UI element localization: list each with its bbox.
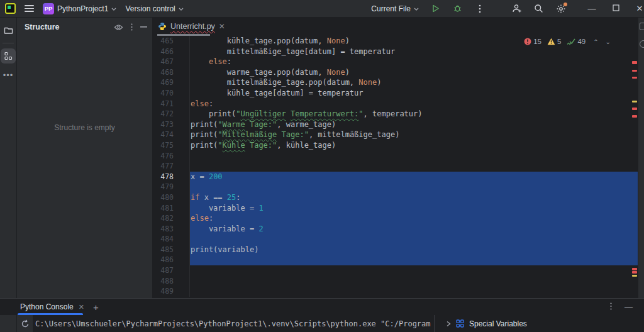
inspections-widget[interactable]: 15 5 [524,38,613,45]
line-number[interactable]: 470 [153,88,190,99]
code-line[interactable]: 484 [153,234,638,245]
tab-filename: Unterricht.py [170,22,215,31]
line-number[interactable]: 480 [153,192,190,203]
line-number[interactable]: 468 [153,67,190,78]
structure-tool-button[interactable] [1,48,16,64]
console-options-button[interactable] [610,301,612,313]
line-number[interactable]: 467 [153,57,190,67]
code-line[interactable]: 468 warme_tage.pop(datum, None) [153,67,638,78]
code-line[interactable]: 472 print("Ungültiger Temperaturwert:", … [153,109,638,119]
line-number[interactable]: 486 [153,255,190,265]
code-line[interactable]: 467 else: [153,57,638,67]
minimize-button[interactable]: — [587,4,596,13]
stripe-mark[interactable] [632,77,637,79]
code-with-me-button[interactable] [511,3,522,14]
search-everywhere-button[interactable] [533,3,544,14]
error-stripe[interactable] [631,35,638,298]
maximize-button[interactable] [611,4,620,13]
previous-problem-button[interactable]: ⌃ [591,38,600,45]
more-tool-windows-button[interactable]: ••• [1,67,16,82]
line-number[interactable]: 475 [153,140,190,151]
line-number[interactable]: 471 [153,99,190,109]
special-variables-row[interactable]: Special Variables [435,315,644,332]
project-widget[interactable]: PP PythonProject1 [43,3,116,14]
stripe-mark[interactable] [632,101,637,102]
notifications-icon[interactable] [640,23,644,30]
right-tool-stripe [638,18,644,298]
line-number[interactable]: 484 [153,234,190,245]
view-options-button[interactable] [114,24,123,31]
new-console-button[interactable]: + [93,302,99,313]
line-number[interactable]: 469 [153,77,190,88]
code-line[interactable]: 488 [153,276,638,287]
main-menu-icon[interactable] [25,5,34,12]
stripe-mark[interactable] [632,115,637,118]
stripe-mark[interactable] [632,271,637,274]
warnings-indicator[interactable]: 5 [547,38,561,45]
project-tool-button[interactable] [1,23,16,38]
stripe-mark[interactable] [632,61,637,64]
errors-indicator[interactable]: 15 [524,38,541,45]
debug-button[interactable] [452,3,463,14]
rerun-icon[interactable] [21,319,30,328]
chevron-down-icon [111,6,116,11]
code-line[interactable]: 485print(variable) [153,245,638,255]
code-line[interactable]: 486 [153,255,638,265]
line-number[interactable]: 481 [153,203,190,214]
line-number[interactable]: 476 [153,151,190,162]
tab-close-icon[interactable]: ✕ [219,22,225,31]
line-number[interactable]: 489 [153,286,190,297]
code-line[interactable]: 475print("Kühle Tage:", kühle_tage) [153,140,638,151]
line-number[interactable]: 473 [153,119,190,130]
code-line[interactable]: 474print("Mittelmäßige Tage:", mittelmäß… [153,130,638,140]
hide-console-button[interactable]: — [625,302,633,312]
ai-assistant-icon[interactable] [640,40,644,48]
line-number[interactable]: 477 [153,161,190,172]
code-line[interactable]: 479 [153,182,638,192]
run-configuration-selector[interactable]: Current File [371,4,419,13]
code-line[interactable]: 470 kühle_tage[datum] = temperatur [153,88,638,99]
stripe-mark[interactable] [632,268,637,270]
hide-panel-button[interactable] [140,26,147,28]
line-number[interactable]: 478 [153,172,190,182]
more-actions-button[interactable] [474,3,485,14]
code-line[interactable]: 478x = 200 [153,172,638,182]
version-control-widget[interactable]: Version control [125,4,183,13]
structure-panel-body: Structure is empty [17,36,152,298]
stripe-mark[interactable] [632,275,637,277]
run-button[interactable] [430,3,441,14]
line-number[interactable]: 474 [153,130,190,140]
console-tab-close-icon[interactable]: ✕ [79,303,84,311]
code-line[interactable]: 487 [153,265,638,276]
panel-options-button[interactable] [131,23,133,31]
typos-indicator[interactable]: 49 [567,38,586,45]
close-button[interactable]: ✕ [635,4,644,13]
code-line[interactable]: 469 mittelmäßige_tage.pop(datum, None) [153,77,638,88]
line-number[interactable]: 485 [153,245,190,255]
line-number[interactable]: 465 [153,36,190,47]
code-line[interactable]: 480if x == 25: [153,192,638,203]
line-number[interactable]: 479 [153,182,190,192]
tab-unterricht-py[interactable]: Unterricht.py ✕ [153,18,231,35]
stripe-mark[interactable] [632,108,637,110]
code-line[interactable]: 476 [153,151,638,162]
settings-button[interactable] [555,3,566,14]
code-line[interactable]: 489 [153,286,638,297]
code-line[interactable]: 483 variable = 2 [153,224,638,235]
code-line[interactable]: 473print("Warme Tage:", warme_tage) [153,119,638,130]
code-line[interactable]: 466 mittelmäßige_tage[datum] = temperatu… [153,47,638,57]
line-number[interactable]: 482 [153,213,190,224]
next-problem-button[interactable]: ⌄ [604,38,613,45]
code-line[interactable]: 471else: [153,99,638,109]
line-number[interactable]: 483 [153,224,190,235]
line-number[interactable]: 466 [153,47,190,57]
code-line[interactable]: 477 [153,161,638,172]
line-number[interactable]: 488 [153,276,190,287]
code-line[interactable]: 481 variable = 1 [153,203,638,214]
stripe-mark[interactable] [632,70,637,72]
editor-body[interactable]: 465 kühle_tage.pop(datum, None)466 mitte… [153,35,638,298]
console-output[interactable]: C:\Users\Umschueler\PycharmProjects\Pyth… [33,315,434,332]
code-line[interactable]: 482else: [153,213,638,224]
line-number[interactable]: 472 [153,109,190,119]
line-number[interactable]: 487 [153,265,190,276]
